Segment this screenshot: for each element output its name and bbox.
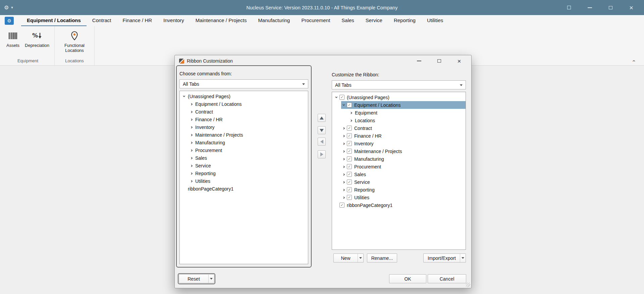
chevron-right-icon[interactable]: › bbox=[189, 139, 195, 146]
tree-row-contract[interactable]: ›✓Contract bbox=[341, 124, 466, 132]
dialog-titlebar[interactable]: Ribbon Customization × bbox=[175, 55, 471, 67]
cancel-button[interactable]: Cancel bbox=[428, 274, 466, 283]
tree-row-sales[interactable]: ›✓Sales bbox=[341, 170, 466, 178]
move-down-button[interactable] bbox=[318, 126, 326, 134]
tree-row-utilities[interactable]: ›✓Utilities bbox=[341, 194, 466, 201]
ribbon-tab-utilities[interactable]: Utilities bbox=[421, 15, 449, 26]
collapse-ribbon-button[interactable]: › bbox=[630, 58, 637, 64]
ribbon-tab-finance-hr[interactable]: Finance / HR bbox=[117, 15, 158, 26]
tree-row-inventory[interactable]: ›✓Inventory bbox=[341, 140, 466, 147]
tree-row-unassigned-pages[interactable]: ›✓(Unassigned Pages) bbox=[334, 93, 466, 101]
tree-row-unassigned-pages[interactable]: ›(Unassigned Pages) bbox=[181, 92, 308, 100]
checkbox-checked[interactable]: ✓ bbox=[347, 156, 352, 161]
close-button[interactable]: × bbox=[627, 3, 636, 12]
chevron-down-icon[interactable]: › bbox=[340, 102, 347, 108]
tree-row-manufacturing[interactable]: ›Manufacturing bbox=[189, 139, 308, 146]
chevron-right-icon[interactable]: › bbox=[189, 147, 195, 154]
chevron-right-icon[interactable]: › bbox=[341, 125, 347, 132]
ribbon-tab-equipment-locations[interactable]: Equipment / Locations bbox=[21, 15, 87, 26]
chevron-right-icon[interactable]: › bbox=[341, 140, 347, 147]
chevron-right-icon[interactable]: › bbox=[189, 170, 195, 177]
move-left-button[interactable] bbox=[318, 138, 326, 146]
new-button[interactable]: New bbox=[333, 253, 364, 263]
chevron-right-icon[interactable]: › bbox=[341, 178, 347, 186]
maximize-button[interactable] bbox=[606, 3, 615, 12]
tree-row-finance-hr[interactable]: ›✓Finance / HR bbox=[341, 132, 466, 140]
chevron-right-icon[interactable]: › bbox=[341, 163, 347, 170]
chevron-down-icon[interactable]: › bbox=[181, 93, 188, 99]
tree-row-reporting[interactable]: ›Reporting bbox=[189, 169, 308, 177]
chevron-right-icon[interactable]: › bbox=[189, 108, 195, 115]
chevron-right-icon[interactable]: › bbox=[189, 124, 195, 131]
checkbox-checked[interactable]: ✓ bbox=[339, 203, 344, 208]
tree-row-procurement[interactable]: ›Procurement bbox=[189, 146, 308, 154]
move-right-button[interactable] bbox=[318, 150, 326, 158]
ok-button[interactable]: OK bbox=[389, 274, 426, 283]
checkbox-checked[interactable]: ✓ bbox=[347, 187, 352, 192]
tree-row-contract[interactable]: ›Contract bbox=[189, 108, 308, 116]
chevron-down-icon[interactable]: ▾ bbox=[11, 5, 13, 10]
tree-row-finance-hr[interactable]: ›Finance / HR bbox=[189, 116, 308, 123]
tree-row-manufacturing[interactable]: ›✓Manufacturing bbox=[341, 155, 466, 163]
checkbox-checked[interactable]: ✓ bbox=[347, 164, 352, 169]
chevron-right-icon[interactable]: › bbox=[189, 154, 195, 161]
checkbox-checked[interactable]: ✓ bbox=[339, 95, 344, 100]
ribbon-tab-maintenance-projects[interactable]: Maintenance / Projects bbox=[190, 15, 253, 26]
tree-row-ribbonpagecategory1[interactable]: ›ribbonPageCategory1 bbox=[181, 185, 308, 193]
checkbox-checked[interactable]: ✓ bbox=[347, 133, 352, 138]
checkbox-checked[interactable]: ✓ bbox=[347, 149, 352, 154]
chevron-right-icon[interactable]: › bbox=[341, 194, 347, 201]
checkbox-checked[interactable]: ✓ bbox=[347, 141, 352, 146]
tree-row-inventory[interactable]: ›Inventory bbox=[189, 123, 308, 131]
ribbon-tab-procurement[interactable]: Procurement bbox=[296, 15, 336, 26]
dialog-close-button[interactable]: × bbox=[454, 57, 464, 65]
chevron-down-icon[interactable] bbox=[208, 275, 214, 283]
chevron-right-icon[interactable]: › bbox=[189, 116, 195, 123]
checkbox-checked[interactable]: ✓ bbox=[347, 102, 352, 107]
checkbox-checked[interactable]: ✓ bbox=[347, 126, 352, 131]
chevron-down-icon[interactable] bbox=[460, 254, 466, 262]
assets-button[interactable]: Assets bbox=[4, 28, 22, 49]
functional-locations-button[interactable]: Functional Locations bbox=[57, 28, 92, 54]
ribbon-tab-service[interactable]: Service bbox=[360, 15, 388, 26]
tree-row-reporting[interactable]: ›✓Reporting bbox=[341, 186, 466, 194]
application-menu-button[interactable]: ⚙ bbox=[5, 17, 14, 25]
chevron-right-icon[interactable]: › bbox=[341, 155, 347, 162]
ribbon-tab-manufacturing[interactable]: Manufacturing bbox=[252, 15, 296, 26]
chevron-right-icon[interactable]: › bbox=[189, 162, 195, 169]
rename-button[interactable]: Rename... bbox=[367, 253, 397, 263]
tree-row-equipment-locations[interactable]: ›Equipment / Locations bbox=[189, 100, 308, 108]
import-export-button[interactable]: Import/Export bbox=[423, 253, 466, 263]
minimize-button[interactable] bbox=[585, 3, 594, 12]
checkbox-checked[interactable]: ✓ bbox=[347, 195, 352, 200]
chevron-right-icon[interactable]: › bbox=[348, 117, 354, 124]
resize-grip-icon[interactable] bbox=[466, 283, 470, 287]
chevron-right-icon[interactable]: › bbox=[189, 131, 195, 138]
tree-row-maintenance-projects[interactable]: ›Maintenance / Projects bbox=[189, 131, 308, 139]
tree-row-locations[interactable]: ›Locations bbox=[348, 117, 466, 124]
dialog-maximize-button[interactable] bbox=[434, 57, 444, 65]
checkbox-checked[interactable]: ✓ bbox=[347, 172, 352, 177]
chevron-right-icon[interactable]: › bbox=[189, 177, 195, 185]
gear-icon[interactable]: ⚙ bbox=[4, 5, 9, 10]
tree-row-equipment[interactable]: ›Equipment bbox=[348, 109, 466, 117]
ribbon-tab-reporting[interactable]: Reporting bbox=[388, 15, 421, 26]
tree-row-equipment-locations[interactable]: ›✓Equipment / Locations bbox=[341, 101, 466, 109]
choose-commands-dropdown[interactable]: All Tabs bbox=[179, 79, 308, 88]
tree-row-service[interactable]: ›✓Service bbox=[341, 178, 466, 186]
ribbon-tab-inventory[interactable]: Inventory bbox=[158, 15, 190, 26]
chevron-right-icon[interactable]: › bbox=[341, 132, 347, 139]
depreciation-button[interactable]: % Depreciation bbox=[22, 28, 52, 49]
chevron-down-icon[interactable] bbox=[358, 254, 363, 262]
chevron-right-icon[interactable]: › bbox=[341, 171, 347, 178]
move-up-button[interactable] bbox=[318, 114, 326, 122]
ribbon-tab-sales[interactable]: Sales bbox=[336, 15, 360, 26]
tree-row-maintenance-projects[interactable]: ›✓Maintenance / Projects bbox=[341, 147, 466, 155]
chevron-right-icon[interactable]: › bbox=[341, 186, 347, 193]
tree-row-procurement[interactable]: ›✓Procurement bbox=[341, 163, 466, 170]
tree-row-sales[interactable]: ›Sales bbox=[189, 154, 308, 162]
customize-ribbon-dropdown[interactable]: All Tabs bbox=[332, 80, 466, 89]
chevron-down-icon[interactable]: › bbox=[333, 94, 340, 100]
tree-row-utilities[interactable]: ›Utilities bbox=[189, 177, 308, 185]
chevron-right-icon[interactable]: › bbox=[189, 100, 195, 107]
